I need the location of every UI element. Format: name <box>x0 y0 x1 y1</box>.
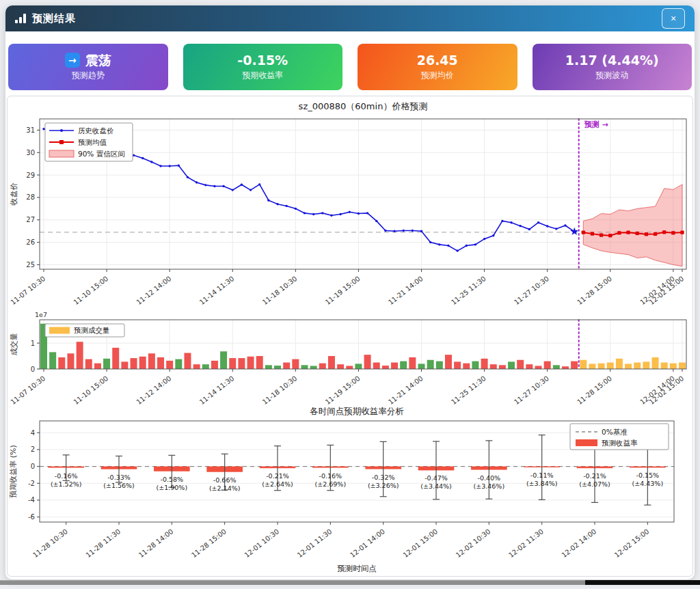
svg-text:11-25 11:30: 11-25 11:30 <box>450 374 487 406</box>
stats-row: → 震荡 预测趋势 -0.15% 预期收益率 26.45 预测均价 1.17 (… <box>5 31 695 96</box>
svg-text:各时间点预期收益率分析: 各时间点预期收益率分析 <box>310 406 404 416</box>
svg-text:-0.11%: -0.11% <box>530 471 554 479</box>
close-button[interactable]: × <box>662 8 685 29</box>
expected-return-value: -0.15% <box>237 53 288 68</box>
trend-value: → 震荡 <box>65 53 111 68</box>
svg-text:★: ★ <box>569 225 579 238</box>
window-header: 预测结果 × <box>5 5 695 31</box>
svg-text:(±1.52%): (±1.52%) <box>51 480 82 488</box>
svg-text:11-27 10:30: 11-27 10:30 <box>513 275 550 306</box>
svg-text:11-28 15:00: 11-28 15:00 <box>190 528 228 559</box>
svg-text:11-14 11:30: 11-14 11:30 <box>198 275 236 306</box>
svg-text:25: 25 <box>26 261 35 269</box>
returns-analysis-chart: -0.16%(±1.52%)-0.33%(±1.56%)-0.58%(±1.90… <box>8 406 694 575</box>
svg-text:-0.32%: -0.32% <box>372 474 395 481</box>
volatility-card: 1.17 (4.44%) 预测波动 <box>533 44 692 90</box>
svg-text:-0.15%: -0.15% <box>636 471 660 479</box>
svg-text:11-28 15:00: 11-28 15:00 <box>576 275 613 306</box>
svg-text:28: 28 <box>26 193 35 201</box>
svg-text:预测均值: 预测均值 <box>78 138 107 146</box>
svg-text:11-28 14:00: 11-28 14:00 <box>137 528 175 559</box>
trend-label: 预测趋势 <box>72 70 105 81</box>
svg-text:11-07 10:30: 11-07 10:30 <box>9 374 46 406</box>
svg-text:11-21 14:00: 11-21 14:00 <box>387 374 425 406</box>
right-arrow-icon: → <box>65 53 80 68</box>
svg-text:31: 31 <box>26 126 35 134</box>
svg-text:(±1.56%): (±1.56%) <box>103 482 135 489</box>
svg-text:-0.40%: -0.40% <box>478 474 501 482</box>
svg-text:(±4.43%): (±4.43%) <box>632 480 664 487</box>
svg-text:11-10 15:00: 11-10 15:00 <box>72 275 109 306</box>
volatility-label: 预测波动 <box>595 70 628 81</box>
svg-text:(±4.07%): (±4.07%) <box>579 480 610 488</box>
svg-text:11-27 10:30: 11-27 10:30 <box>513 374 550 406</box>
svg-text:(±3.46%): (±3.46%) <box>474 482 505 490</box>
svg-text:29: 29 <box>26 172 35 179</box>
charts-panel: ★预测 →25262728293031sz_000880（60min）价格预测收… <box>7 96 693 577</box>
svg-text:11-12 14:00: 11-12 14:00 <box>135 374 173 406</box>
svg-text:12-02 14:00: 12-02 14:00 <box>560 528 597 559</box>
svg-text:历史收盘价: 历史收盘价 <box>78 126 114 135</box>
svg-text:12-01 15:00: 12-01 15:00 <box>401 528 439 559</box>
svg-text:26: 26 <box>26 238 35 246</box>
svg-text:0: 0 <box>31 366 35 373</box>
mean-price-value: 26.45 <box>417 53 458 68</box>
svg-text:-2: -2 <box>28 480 35 487</box>
window-title: 预测结果 <box>32 12 76 25</box>
svg-text:4: 4 <box>31 429 35 437</box>
svg-text:27: 27 <box>26 216 35 223</box>
volume-chart: 011e7成交量11-07 10:3011-10 15:0011-12 14:0… <box>8 310 694 406</box>
svg-text:11-07 10:30: 11-07 10:30 <box>9 275 46 306</box>
svg-text:11-28 10:30: 11-28 10:30 <box>31 528 69 559</box>
svg-text:12-02 11:30: 12-02 11:30 <box>507 528 545 559</box>
svg-text:12-02 15:00: 12-02 15:00 <box>613 528 651 559</box>
svg-text:11-12 14:00: 11-12 14:00 <box>135 275 173 306</box>
svg-text:11-18 10:30: 11-18 10:30 <box>261 374 299 406</box>
svg-text:12-01 10:30: 12-01 10:30 <box>243 528 280 559</box>
svg-text:0: 0 <box>31 463 35 470</box>
svg-text:预期收益率 (%): 预期收益率 (%) <box>9 445 18 498</box>
svg-text:-0.16%: -0.16% <box>55 472 78 480</box>
svg-text:-0.47%: -0.47% <box>425 474 448 482</box>
svg-text:11-28 11:30: 11-28 11:30 <box>84 528 122 559</box>
trend-card: → 震荡 预测趋势 <box>8 44 168 90</box>
svg-text:预测时间点: 预测时间点 <box>337 564 377 573</box>
svg-text:-0.66%: -0.66% <box>213 476 237 484</box>
price-forecast-chart: ★预测 →25262728293031sz_000880（60min）价格预测收… <box>8 98 694 310</box>
svg-text:预测 →: 预测 → <box>584 120 608 129</box>
svg-text:90% 置信区间: 90% 置信区间 <box>78 150 125 158</box>
svg-text:12-02 10:30: 12-02 10:30 <box>455 528 492 559</box>
scrollbar-thumb[interactable] <box>0 580 585 585</box>
svg-text:11-14 11:30: 11-14 11:30 <box>198 374 236 406</box>
svg-text:11-19 15:00: 11-19 15:00 <box>324 374 362 406</box>
mean-price-card: 26.45 预测均价 <box>358 44 517 90</box>
svg-text:2: 2 <box>31 446 35 453</box>
svg-text:(±2.64%): (±2.64%) <box>262 480 293 488</box>
bar-chart-icon <box>15 14 26 23</box>
volatility-value: 1.17 (4.44%) <box>565 53 659 68</box>
svg-text:成交量: 成交量 <box>10 333 18 356</box>
svg-text:(±3.26%): (±3.26%) <box>368 482 399 489</box>
prediction-results-window: 预测结果 × → 震荡 预测趋势 -0.15% 预期收益率 26.45 预测均价… <box>5 5 695 579</box>
svg-text:11-18 10:30: 11-18 10:30 <box>261 275 299 306</box>
svg-text:(±3.44%): (±3.44%) <box>420 482 452 490</box>
horizontal-scrollbar[interactable] <box>0 580 700 585</box>
svg-text:收盘价: 收盘价 <box>10 183 18 206</box>
expected-return-card: -0.15% 预期收益率 <box>183 44 343 90</box>
svg-text:11-10 15:00: 11-10 15:00 <box>72 374 109 406</box>
svg-text:-0.33%: -0.33% <box>107 474 131 481</box>
svg-text:11-19 15:00: 11-19 15:00 <box>324 275 362 306</box>
svg-text:(±3.84%): (±3.84%) <box>526 480 558 487</box>
svg-text:11-28 15:00: 11-28 15:00 <box>576 374 613 406</box>
svg-text:-6: -6 <box>28 513 35 521</box>
svg-text:1e7: 1e7 <box>35 311 47 318</box>
svg-text:-0.21%: -0.21% <box>266 472 289 480</box>
svg-text:预测收益率: 预测收益率 <box>602 439 638 447</box>
trend-text: 震荡 <box>85 53 111 68</box>
svg-text:(±1.90%): (±1.90%) <box>157 484 188 491</box>
svg-text:12-01 11:30: 12-01 11:30 <box>296 528 334 559</box>
svg-text:-0.21%: -0.21% <box>583 472 606 480</box>
svg-text:1: 1 <box>31 340 35 347</box>
svg-text:(±2.69%): (±2.69%) <box>315 480 347 488</box>
svg-text:预测成交量: 预测成交量 <box>74 326 110 334</box>
